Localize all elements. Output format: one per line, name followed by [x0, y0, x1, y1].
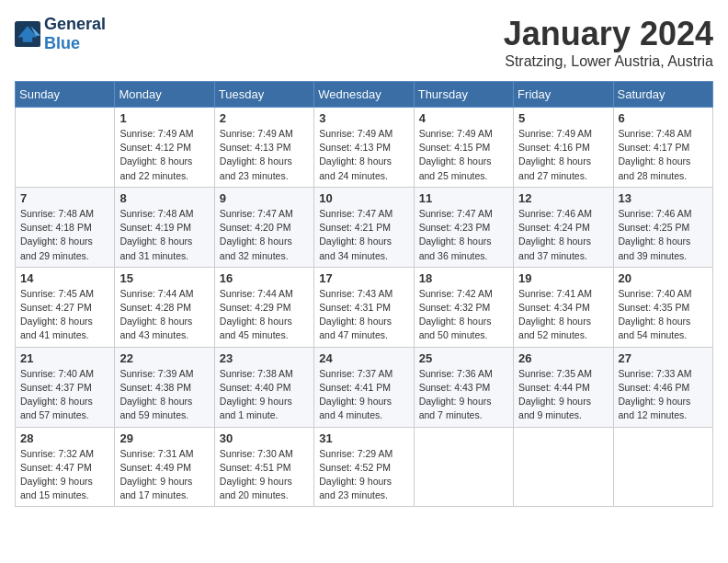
day-info: Sunrise: 7:30 AMSunset: 4:51 PMDaylight:… — [220, 447, 309, 503]
day-info: Sunrise: 7:40 AMSunset: 4:37 PMDaylight:… — [20, 367, 109, 423]
day-info: Sunrise: 7:43 AMSunset: 4:31 PMDaylight:… — [319, 287, 408, 343]
calendar-cell: 13Sunrise: 7:46 AMSunset: 4:25 PMDayligh… — [613, 187, 712, 267]
calendar-cell: 20Sunrise: 7:40 AMSunset: 4:35 PMDayligh… — [613, 267, 712, 347]
day-number: 19 — [518, 271, 608, 285]
day-info: Sunrise: 7:48 AMSunset: 4:18 PMDaylight:… — [20, 207, 109, 263]
calendar-cell: 19Sunrise: 7:41 AMSunset: 4:34 PMDayligh… — [514, 267, 613, 347]
day-number: 24 — [319, 351, 408, 365]
day-of-week-header: Saturday — [613, 82, 712, 108]
day-info: Sunrise: 7:33 AMSunset: 4:46 PMDaylight:… — [619, 367, 708, 423]
day-info: Sunrise: 7:48 AMSunset: 4:17 PMDaylight:… — [619, 127, 708, 183]
calendar-cell: 24Sunrise: 7:37 AMSunset: 4:41 PMDayligh… — [314, 347, 414, 427]
calendar-week-row: 21Sunrise: 7:40 AMSunset: 4:37 PMDayligh… — [16, 347, 713, 427]
calendar-cell: 2Sunrise: 7:49 AMSunset: 4:13 PMDaylight… — [214, 108, 313, 188]
calendar-week-row: 28Sunrise: 7:32 AMSunset: 4:47 PMDayligh… — [16, 427, 713, 507]
calendar-cell: 31Sunrise: 7:29 AMSunset: 4:52 PMDayligh… — [314, 427, 414, 507]
day-number: 26 — [518, 351, 608, 365]
day-number: 8 — [119, 191, 209, 205]
calendar-cell — [414, 427, 513, 507]
day-info: Sunrise: 7:49 AMSunset: 4:15 PMDaylight:… — [419, 127, 508, 183]
day-info: Sunrise: 7:48 AMSunset: 4:19 PMDaylight:… — [119, 207, 209, 263]
calendar-cell: 17Sunrise: 7:43 AMSunset: 4:31 PMDayligh… — [314, 267, 414, 347]
calendar-cell: 23Sunrise: 7:38 AMSunset: 4:40 PMDayligh… — [214, 347, 313, 427]
day-number: 1 — [119, 111, 209, 125]
day-number: 9 — [220, 191, 309, 205]
calendar-cell: 5Sunrise: 7:49 AMSunset: 4:16 PMDaylight… — [514, 108, 613, 188]
calendar-cell: 16Sunrise: 7:44 AMSunset: 4:29 PMDayligh… — [214, 267, 313, 347]
calendar-header-row: SundayMondayTuesdayWednesdayThursdayFrid… — [16, 82, 713, 108]
calendar-cell: 9Sunrise: 7:47 AMSunset: 4:20 PMDaylight… — [214, 187, 313, 267]
day-info: Sunrise: 7:47 AMSunset: 4:20 PMDaylight:… — [220, 207, 309, 263]
calendar-cell: 6Sunrise: 7:48 AMSunset: 4:17 PMDaylight… — [613, 108, 712, 188]
calendar-table: SundayMondayTuesdayWednesdayThursdayFrid… — [15, 81, 713, 507]
day-number: 13 — [619, 191, 708, 205]
calendar-cell: 3Sunrise: 7:49 AMSunset: 4:13 PMDaylight… — [314, 108, 414, 188]
day-info: Sunrise: 7:42 AMSunset: 4:32 PMDaylight:… — [419, 287, 508, 343]
day-number: 17 — [319, 271, 408, 285]
day-number: 28 — [20, 431, 109, 445]
calendar-cell: 10Sunrise: 7:47 AMSunset: 4:21 PMDayligh… — [314, 187, 414, 267]
day-info: Sunrise: 7:49 AMSunset: 4:13 PMDaylight:… — [220, 127, 309, 183]
calendar-week-row: 1Sunrise: 7:49 AMSunset: 4:12 PMDaylight… — [16, 108, 713, 188]
logo: General Blue — [15, 15, 106, 53]
day-number: 25 — [419, 351, 508, 365]
day-info: Sunrise: 7:40 AMSunset: 4:35 PMDaylight:… — [619, 287, 708, 343]
calendar-body: 1Sunrise: 7:49 AMSunset: 4:12 PMDaylight… — [16, 108, 713, 507]
calendar-cell: 7Sunrise: 7:48 AMSunset: 4:18 PMDaylight… — [16, 187, 115, 267]
day-number: 27 — [619, 351, 708, 365]
day-info: Sunrise: 7:32 AMSunset: 4:47 PMDaylight:… — [20, 447, 109, 503]
day-number: 30 — [220, 431, 309, 445]
day-info: Sunrise: 7:38 AMSunset: 4:40 PMDaylight:… — [220, 367, 309, 423]
calendar-cell: 4Sunrise: 7:49 AMSunset: 4:15 PMDaylight… — [414, 108, 513, 188]
calendar-cell: 30Sunrise: 7:30 AMSunset: 4:51 PMDayligh… — [214, 427, 313, 507]
logo-general-text: General — [44, 15, 106, 33]
title-block: January 2024 Stratzing, Lower Austria, A… — [504, 15, 713, 70]
day-of-week-header: Sunday — [16, 82, 115, 108]
day-number: 5 — [518, 111, 608, 125]
calendar-cell: 21Sunrise: 7:40 AMSunset: 4:37 PMDayligh… — [16, 347, 115, 427]
month-title: January 2024 — [504, 15, 713, 53]
day-info: Sunrise: 7:46 AMSunset: 4:25 PMDaylight:… — [619, 207, 708, 263]
calendar-cell: 28Sunrise: 7:32 AMSunset: 4:47 PMDayligh… — [16, 427, 115, 507]
logo-blue-text: Blue — [44, 34, 80, 52]
day-info: Sunrise: 7:47 AMSunset: 4:23 PMDaylight:… — [419, 207, 508, 263]
calendar-cell: 14Sunrise: 7:45 AMSunset: 4:27 PMDayligh… — [16, 267, 115, 347]
calendar-cell — [613, 427, 712, 507]
calendar-cell: 27Sunrise: 7:33 AMSunset: 4:46 PMDayligh… — [613, 347, 712, 427]
day-info: Sunrise: 7:49 AMSunset: 4:16 PMDaylight:… — [518, 127, 608, 183]
day-info: Sunrise: 7:37 AMSunset: 4:41 PMDaylight:… — [319, 367, 408, 423]
day-number: 15 — [119, 271, 209, 285]
day-info: Sunrise: 7:39 AMSunset: 4:38 PMDaylight:… — [119, 367, 209, 423]
day-number: 2 — [220, 111, 309, 125]
calendar-cell: 26Sunrise: 7:35 AMSunset: 4:44 PMDayligh… — [514, 347, 613, 427]
day-of-week-header: Thursday — [414, 82, 513, 108]
calendar-cell — [16, 108, 115, 188]
day-number: 12 — [518, 191, 608, 205]
calendar-cell: 1Sunrise: 7:49 AMSunset: 4:12 PMDaylight… — [115, 108, 214, 188]
day-info: Sunrise: 7:49 AMSunset: 4:12 PMDaylight:… — [119, 127, 209, 183]
calendar-cell: 15Sunrise: 7:44 AMSunset: 4:28 PMDayligh… — [115, 267, 214, 347]
calendar-cell — [514, 427, 613, 507]
day-info: Sunrise: 7:44 AMSunset: 4:28 PMDaylight:… — [119, 287, 209, 343]
day-number: 18 — [419, 271, 508, 285]
calendar-cell: 12Sunrise: 7:46 AMSunset: 4:24 PMDayligh… — [514, 187, 613, 267]
day-info: Sunrise: 7:31 AMSunset: 4:49 PMDaylight:… — [119, 447, 209, 503]
calendar-cell: 18Sunrise: 7:42 AMSunset: 4:32 PMDayligh… — [414, 267, 513, 347]
calendar-cell: 29Sunrise: 7:31 AMSunset: 4:49 PMDayligh… — [115, 427, 214, 507]
day-number: 4 — [419, 111, 508, 125]
calendar-cell: 25Sunrise: 7:36 AMSunset: 4:43 PMDayligh… — [414, 347, 513, 427]
calendar-cell: 22Sunrise: 7:39 AMSunset: 4:38 PMDayligh… — [115, 347, 214, 427]
calendar-week-row: 14Sunrise: 7:45 AMSunset: 4:27 PMDayligh… — [16, 267, 713, 347]
day-of-week-header: Monday — [115, 82, 214, 108]
day-number: 7 — [20, 191, 109, 205]
calendar-cell: 11Sunrise: 7:47 AMSunset: 4:23 PMDayligh… — [414, 187, 513, 267]
day-number: 29 — [119, 431, 209, 445]
day-number: 31 — [319, 431, 408, 445]
day-number: 23 — [220, 351, 309, 365]
day-number: 21 — [20, 351, 109, 365]
day-number: 11 — [419, 191, 508, 205]
calendar-week-row: 7Sunrise: 7:48 AMSunset: 4:18 PMDaylight… — [16, 187, 713, 267]
calendar-cell: 8Sunrise: 7:48 AMSunset: 4:19 PMDaylight… — [115, 187, 214, 267]
logo-icon — [15, 21, 40, 47]
day-of-week-header: Wednesday — [314, 82, 414, 108]
